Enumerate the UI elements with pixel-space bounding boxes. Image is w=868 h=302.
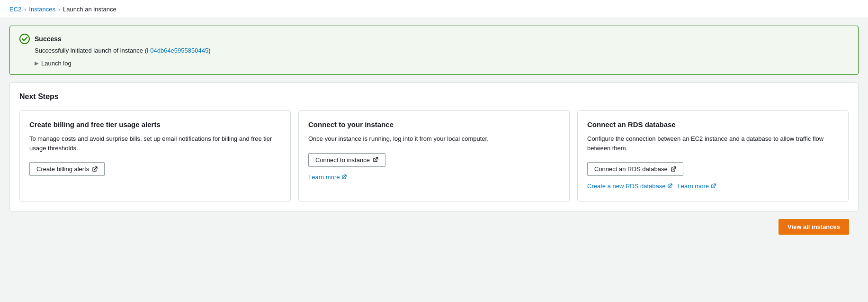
rds-database-card-desc: Configure the connection between an EC2 … <box>587 134 839 153</box>
launch-log-arrow-icon: ▶ <box>35 60 38 66</box>
breadcrumb-current: Launch an instance <box>63 6 116 13</box>
connect-rds-button[interactable]: Connect an RDS database <box>587 162 683 176</box>
rds-card-links: Create a new RDS database Learn more <box>587 183 839 190</box>
connect-instance-links: Learn more <box>308 174 560 181</box>
connect-to-instance-label: Connect to instance <box>315 156 370 164</box>
connect-instance-learn-more-label: Learn more <box>308 174 340 181</box>
svg-point-0 <box>20 34 29 44</box>
connect-instance-card: Connect to your instance Once your insta… <box>298 110 570 201</box>
connect-instance-card-desc: Once your instance is running, log into … <box>308 134 560 144</box>
billing-alerts-card-title: Create billing and free tier usage alert… <box>29 120 281 128</box>
breadcrumb-sep-1: › <box>24 6 26 13</box>
connect-rds-external-icon <box>671 166 676 172</box>
success-message-end: ) <box>208 47 210 54</box>
bottom-bar: View all instances <box>9 211 859 242</box>
success-icon <box>19 34 30 44</box>
connect-instance-external-icon <box>373 157 378 163</box>
billing-alerts-card-desc: To manage costs and avoid surprise bills… <box>29 134 281 153</box>
rds-database-card: Connect an RDS database Configure the co… <box>577 110 849 201</box>
rds-learn-more-icon <box>711 183 716 189</box>
create-billing-alerts-label: Create billing alerts <box>36 165 89 173</box>
rds-learn-more-link[interactable]: Learn more <box>677 183 716 190</box>
connect-instance-card-title: Connect to your instance <box>308 120 560 128</box>
create-billing-alerts-external-icon <box>92 166 98 172</box>
success-banner: Success Successfully initiated launch of… <box>9 26 859 75</box>
billing-alerts-card: Create billing and free tier usage alert… <box>19 110 291 201</box>
success-header: Success <box>19 34 849 44</box>
connect-instance-learn-more-link[interactable]: Learn more <box>308 174 347 181</box>
breadcrumb-instances-link[interactable]: Instances <box>29 6 55 13</box>
cards-row: Create billing and free tier usage alert… <box>19 110 849 201</box>
create-rds-external-icon <box>667 183 672 189</box>
success-message-text: Successfully initiated launch of instanc… <box>35 47 147 54</box>
create-rds-link[interactable]: Create a new RDS database <box>587 183 672 190</box>
create-billing-alerts-button[interactable]: Create billing alerts <box>29 162 105 176</box>
view-all-instances-button[interactable]: View all instances <box>779 219 849 235</box>
view-all-instances-label: View all instances <box>787 223 840 230</box>
success-title: Success <box>35 35 62 43</box>
success-message: Successfully initiated launch of instanc… <box>35 47 849 54</box>
connect-to-instance-button[interactable]: Connect to instance <box>308 153 385 167</box>
breadcrumb-ec2-link[interactable]: EC2 <box>9 6 21 13</box>
connect-instance-learn-more-icon <box>341 174 347 180</box>
breadcrumb-sep-2: › <box>58 6 60 13</box>
next-steps-panel: Next Steps Create billing and free tier … <box>9 82 859 211</box>
next-steps-title: Next Steps <box>19 92 849 101</box>
rds-database-card-title: Connect an RDS database <box>587 120 839 128</box>
connect-rds-label: Connect an RDS database <box>594 165 668 173</box>
breadcrumb: EC2 › Instances › Launch an instance <box>0 0 868 18</box>
create-rds-label: Create a new RDS database <box>587 183 665 190</box>
launch-log-label: Launch log <box>41 60 72 67</box>
launch-log-toggle[interactable]: ▶ Launch log <box>35 60 849 67</box>
rds-learn-more-label: Learn more <box>677 183 708 190</box>
instance-id-link[interactable]: i-04db64e5955850445 <box>147 47 208 54</box>
page-content: Success Successfully initiated launch of… <box>0 18 868 250</box>
